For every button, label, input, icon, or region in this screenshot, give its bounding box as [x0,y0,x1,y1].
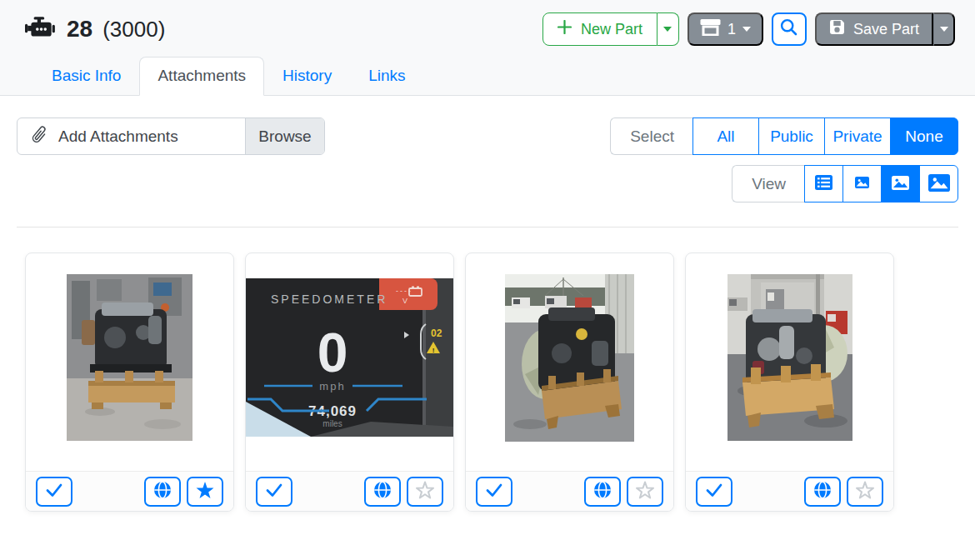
engine-photo-workshop [67,274,192,441]
plus-icon [558,20,572,38]
tab-links[interactable]: Links [350,57,423,96]
star-toggle-button[interactable] [847,477,883,507]
select-public-button[interactable]: Public [758,118,825,155]
small-image-icon [855,177,869,191]
search-icon [780,18,798,40]
select-attachment-button[interactable] [696,477,732,507]
star-outline-icon [415,481,435,502]
select-button-group: Select All Public Private None [610,118,958,155]
tab-attachments[interactable]: Attachments [139,57,264,96]
attachment-card [25,252,234,512]
select-attachment-button[interactable] [256,477,292,507]
chevron-down-icon [940,27,948,32]
globe-icon [593,481,612,502]
check-icon [485,482,503,500]
store-count-dropdown-button[interactable]: 1 [688,12,763,46]
svg-text:V: V [402,297,408,305]
globe-icon [813,481,832,502]
paperclip-icon [30,125,49,148]
attachment-thumbnail[interactable] [26,253,233,471]
engine-photo-building [728,274,852,441]
attachment-card [685,252,894,512]
small-thumbnail-view-button[interactable] [842,165,882,202]
engine-icon [25,16,57,42]
tab-bar: Basic Info Attachments History Links [25,57,955,95]
attachments-panel: Add Attachments Browse Select All Public… [0,96,975,512]
public-toggle-button[interactable] [584,477,621,507]
view-button-group: View [732,165,958,202]
select-private-button[interactable]: Private [824,118,891,155]
svg-text:02: 02 [431,328,442,339]
select-attachment-button[interactable] [476,477,512,507]
engine-photo-truck-yard [505,274,634,442]
medium-image-icon [892,176,909,192]
select-attachment-button[interactable] [36,477,72,507]
part-total-count: (3000) [102,17,165,42]
attachment-actions [246,471,453,511]
large-thumbnail-view-button[interactable] [919,165,958,202]
new-part-dropdown-button[interactable] [658,12,679,46]
attachment-card [465,252,674,512]
chevron-down-icon [663,27,672,32]
public-toggle-button[interactable] [804,477,841,507]
check-icon [705,482,723,500]
tab-history[interactable]: History [264,57,350,96]
select-none-button[interactable]: None [890,118,958,155]
select-all-button[interactable]: All [692,118,759,155]
save-part-dropdown-button[interactable] [933,12,955,46]
part-number: 28 [67,16,92,42]
add-attachments-file-input[interactable]: Add Attachments Browse [17,118,325,155]
star-toggle-button[interactable] [187,477,223,507]
attachment-thumbnail[interactable]: ---- V SPEEDOMETER 0 mph 74,069 miles 02… [246,253,453,471]
public-toggle-button[interactable] [144,477,181,507]
check-icon [265,482,283,500]
new-part-button[interactable]: New Part [542,12,658,46]
attachment-thumbnail[interactable] [466,253,673,471]
save-part-button[interactable]: Save Part [815,12,933,46]
header-actions: New Part 1 [542,12,955,46]
save-icon [829,19,845,39]
toolbar-divider [17,227,958,228]
list-view-icon [815,175,832,192]
add-attachments-label: Add Attachments [58,128,178,146]
large-image-icon [928,174,950,194]
attachment-card: ---- V SPEEDOMETER 0 mph 74,069 miles 02… [245,252,454,512]
star-outline-icon [635,481,655,502]
svg-text:0: 0 [318,322,348,383]
speedometer-photo: ---- V SPEEDOMETER 0 mph 74,069 miles 02… [246,278,453,437]
store-icon [700,18,721,40]
select-group-label: Select [610,118,693,155]
star-toggle-button[interactable] [407,477,443,507]
attachment-actions [466,471,673,511]
star-filled-icon [195,481,215,502]
chevron-down-icon [742,27,751,32]
star-outline-icon [855,481,875,502]
part-title: 28 (3000) [25,16,165,42]
search-button[interactable] [772,12,807,46]
globe-icon [373,481,392,502]
svg-text:SPEEDOMETER: SPEEDOMETER [271,292,388,306]
medium-thumbnail-view-button[interactable] [881,165,920,202]
view-group-label: View [732,165,805,202]
globe-icon [153,481,172,502]
public-toggle-button[interactable] [364,477,401,507]
svg-text:----: ---- [396,287,412,295]
attachment-actions [686,471,893,511]
svg-text:!: ! [432,347,435,354]
page-header: 28 (3000) New Part [0,0,975,96]
svg-text:mph: mph [319,380,345,392]
svg-text:miles: miles [322,419,342,428]
attachment-grid: ---- V SPEEDOMETER 0 mph 74,069 miles 02… [17,252,958,512]
tab-basic-info[interactable]: Basic Info [33,57,139,96]
star-toggle-button[interactable] [627,477,663,507]
list-view-button[interactable] [804,165,843,202]
check-icon [45,482,63,500]
attachment-actions [26,471,233,511]
attachment-thumbnail[interactable] [686,253,893,471]
browse-button[interactable]: Browse [245,118,324,154]
